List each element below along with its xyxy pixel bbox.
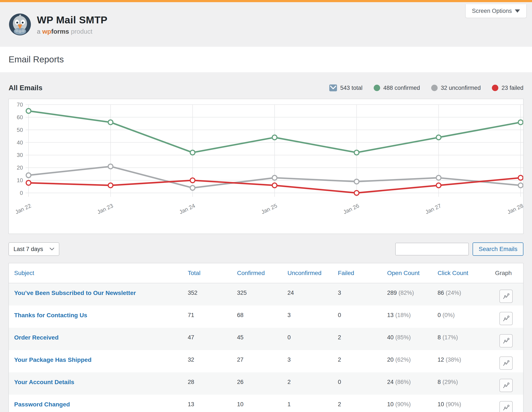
line-chart-icon	[503, 404, 510, 411]
subject-link[interactable]: Your Account Details	[14, 379, 74, 385]
open-count-cell: 20(62%)	[382, 350, 432, 372]
column-header-total[interactable]: Total	[182, 263, 232, 283]
search-input[interactable]	[395, 243, 469, 255]
row-graph-button[interactable]	[499, 312, 513, 325]
screen-options-label: Screen Options	[472, 8, 512, 14]
open-pct: (62%)	[395, 357, 411, 363]
dot-icon	[374, 85, 380, 91]
app-title: WP Mail SMTP	[37, 14, 107, 26]
click-pct: (29%)	[443, 379, 458, 385]
unconfirmed-cell: 3	[282, 305, 332, 328]
unconfirmed-cell: 0	[282, 328, 332, 350]
screen-options-button[interactable]: Screen Options	[465, 4, 527, 18]
tagline-product: product	[71, 28, 92, 35]
column-header-unconfirmed[interactable]: Unconfirmed	[282, 263, 332, 283]
dot-icon	[431, 85, 438, 91]
legend-label: 23 failed	[502, 85, 523, 91]
failed-cell: 2	[332, 395, 382, 412]
svg-text:10: 10	[17, 177, 23, 183]
row-graph-button[interactable]	[499, 334, 513, 348]
open-count-cell: 40(85%)	[382, 328, 432, 350]
failed-cell: 0	[332, 372, 382, 395]
click-pct: (38%)	[446, 357, 461, 363]
brand-block: WP Mail SMTP a wpforms product	[37, 14, 107, 35]
page-title-band: Email Reports	[0, 47, 532, 72]
page-title: Email Reports	[9, 55, 523, 64]
tagline-wp: wp	[42, 28, 51, 35]
svg-text:Jan 24: Jan 24	[178, 202, 196, 215]
table-row: Order Received 47 45 0 2 40(85%) 8(17%)	[9, 328, 523, 350]
plugin-header: WP Mail SMTP a wpforms product Screen Op…	[0, 2, 532, 47]
confirmed-cell: 10	[232, 395, 282, 412]
column-header-open-count[interactable]: Open Count	[382, 263, 432, 283]
subject-link[interactable]: Thanks for Contacting Us	[14, 312, 87, 319]
summary-row: All Emails 543 total488 confirmed32 unco…	[9, 72, 523, 99]
chevron-down-icon	[49, 247, 54, 251]
pigeon-logo-icon	[9, 13, 31, 36]
click-count-cell: 86(24%)	[432, 283, 484, 305]
open-pct: (18%)	[395, 312, 411, 318]
unconfirmed-cell: 1	[282, 395, 332, 412]
line-chart-icon	[503, 293, 510, 300]
failed-cell: 2	[332, 350, 382, 372]
row-graph-button[interactable]	[499, 290, 513, 303]
row-graph-button[interactable]	[499, 357, 513, 370]
table-row: Your Package Has Shipped 32 27 3 2 20(62…	[9, 350, 523, 372]
subject-link[interactable]: Password Changed	[14, 401, 70, 408]
date-range-select[interactable]: Last 7 days	[9, 242, 59, 256]
svg-text:Jan 23: Jan 23	[96, 202, 114, 215]
envelope-icon	[329, 84, 337, 91]
svg-text:60: 60	[17, 114, 23, 120]
svg-text:50: 50	[17, 127, 23, 133]
svg-text:30: 30	[17, 152, 23, 158]
line-chart-icon	[503, 360, 510, 366]
search-emails-button[interactable]: Search Emails	[473, 242, 523, 256]
unconfirmed-cell: 3	[282, 350, 332, 372]
line-chart-icon	[503, 315, 510, 322]
total-cell: 13	[182, 395, 232, 412]
click-count-cell: 12(38%)	[432, 350, 484, 372]
table-row: Password Changed 13 10 1 2 10(90%) 10(90…	[9, 395, 523, 412]
svg-text:Jan 26: Jan 26	[342, 202, 360, 215]
legend-item-total: 543 total	[329, 84, 362, 91]
total-cell: 32	[182, 350, 232, 372]
row-graph-button[interactable]	[499, 379, 513, 392]
svg-text:Jan 25: Jan 25	[260, 202, 278, 215]
total-cell: 28	[182, 372, 232, 395]
confirmed-cell: 325	[232, 283, 282, 305]
main-content: All Emails 543 total488 confirmed32 unco…	[0, 72, 532, 412]
tagline-prefix: a	[37, 28, 40, 35]
open-count-cell: 24(86%)	[382, 372, 432, 395]
admin-top-bar	[0, 0, 532, 2]
svg-text:70: 70	[17, 101, 23, 108]
line-chart-icon	[503, 382, 510, 389]
chart-box: 010203040506070Jan 22Jan 23Jan 24Jan 25J…	[9, 99, 523, 234]
open-pct: (82%)	[399, 290, 414, 296]
click-count-cell: 0(0%)	[432, 305, 484, 328]
section-heading: All Emails	[9, 84, 42, 92]
open-count-cell: 13(18%)	[382, 305, 432, 328]
table-row: Your Account Details 28 26 2 0 24(86%) 8…	[9, 372, 523, 395]
total-cell: 71	[182, 305, 232, 328]
unconfirmed-cell: 2	[282, 372, 332, 395]
chevron-down-icon	[515, 9, 520, 13]
confirmed-cell: 45	[232, 328, 282, 350]
subject-link[interactable]: Order Received	[14, 334, 58, 341]
subject-link[interactable]: You’ve Been Subscribed to Our Newsletter	[14, 290, 136, 296]
column-header-confirmed[interactable]: Confirmed	[232, 263, 282, 283]
click-count-cell: 10(90%)	[432, 395, 484, 412]
subject-link[interactable]: Your Package Has Shipped	[14, 357, 92, 363]
table-header-row: SubjectTotalConfirmedUnconfirmedFailedOp…	[9, 263, 523, 283]
legend-item-unconfirmed: 32 unconfirmed	[431, 85, 481, 91]
legend-label: 543 total	[340, 85, 362, 91]
emails-line-chart: 010203040506070Jan 22Jan 23Jan 24Jan 25J…	[9, 99, 523, 234]
failed-cell: 0	[332, 305, 382, 328]
dot-icon	[492, 85, 498, 91]
column-header-click-count[interactable]: Click Count	[432, 263, 484, 283]
tagline-forms: forms	[51, 28, 69, 35]
click-pct: (90%)	[446, 401, 461, 408]
column-header-failed[interactable]: Failed	[332, 263, 382, 283]
table-row: Thanks for Contacting Us 71 68 3 0 13(18…	[9, 305, 523, 328]
column-header-subject[interactable]: Subject	[9, 263, 182, 283]
row-graph-button[interactable]	[499, 401, 513, 412]
